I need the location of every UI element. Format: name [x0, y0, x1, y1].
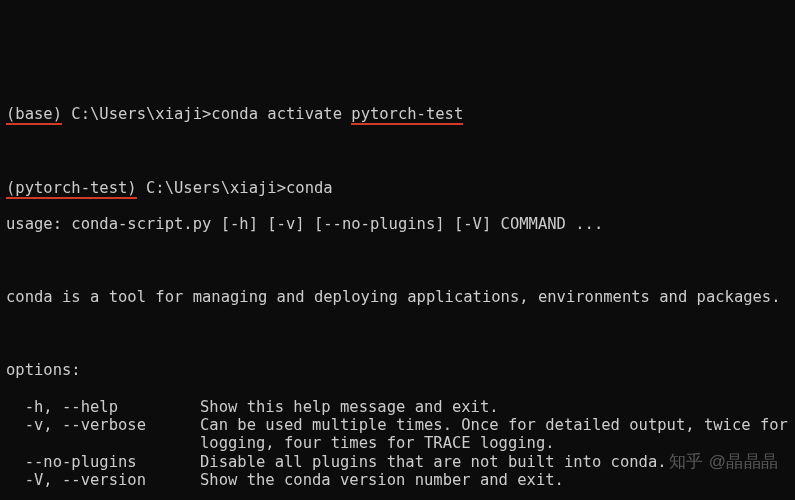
option-flag: -v, --verbose	[6, 416, 200, 434]
cmd-activate: conda activate	[211, 105, 351, 123]
option-desc: logging, four times for TRACE logging.	[200, 434, 555, 452]
option-desc: Show the conda version number and exit.	[200, 471, 564, 489]
option-flag: -h, --help	[6, 398, 200, 416]
option-desc: Disable all plugins that are not built i…	[200, 453, 667, 471]
prompt-line-1: (base) C:\Users\xiaji>conda activate pyt…	[6, 105, 789, 123]
path: C:\Users\xiaji>	[62, 105, 211, 123]
option-row: -v, --verboseCan be used multiple times.…	[6, 416, 789, 434]
terminal-output: (base) C:\Users\xiaji>conda activate pyt…	[6, 87, 789, 500]
arg-pytorch-test: pytorch-test	[351, 105, 463, 125]
option-row: -h, --helpShow this help message and exi…	[6, 398, 789, 416]
env-base: (base)	[6, 105, 62, 125]
option-row: -V, --versionShow the conda version numb…	[6, 471, 789, 489]
watermark: 知乎 @晶晶晶	[669, 452, 779, 472]
options-header: options:	[6, 361, 789, 379]
cmd-conda: conda	[286, 179, 333, 197]
option-flag: -V, --version	[6, 471, 200, 489]
usage-line: usage: conda-script.py [-h] [-v] [--no-p…	[6, 215, 789, 233]
option-desc: Can be used multiple times. Once for det…	[200, 416, 795, 434]
option-flag: --no-plugins	[6, 453, 200, 471]
path: C:\Users\xiaji>	[137, 179, 286, 197]
env-pytorch-test: (pytorch-test)	[6, 179, 137, 199]
options-list: -h, --helpShow this help message and exi…	[6, 398, 789, 489]
description: conda is a tool for managing and deployi…	[6, 288, 789, 306]
option-row: logging, four times for TRACE logging.	[6, 434, 789, 452]
option-desc: Show this help message and exit.	[200, 398, 499, 416]
prompt-line-2: (pytorch-test) C:\Users\xiaji>conda	[6, 179, 789, 197]
